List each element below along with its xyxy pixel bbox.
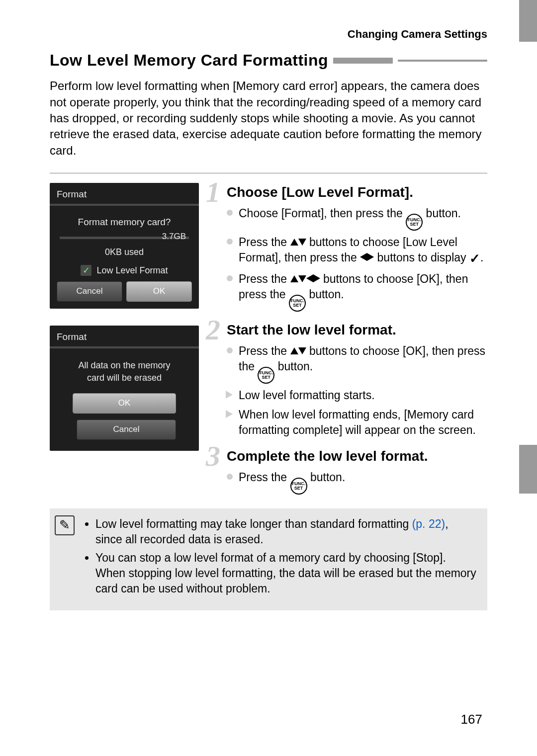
screen2-msg-line1: All data on the memory [59, 359, 190, 372]
func-set-icon: FUNC.SET [406, 214, 423, 231]
check-icon: ✓ [469, 250, 480, 267]
note-item-2: You can stop a low level format of a mem… [95, 550, 476, 596]
screen1-capacity-row: 3.7GB [60, 232, 189, 243]
bullet-icon [227, 474, 233, 480]
down-icon [298, 239, 306, 246]
step-3: 3Complete the low level format.Press the… [212, 447, 487, 495]
screen1-question: Format memory card? [50, 210, 199, 232]
bullet-icon [227, 347, 233, 353]
screen1-option-row: ✓ Low Level Format [50, 261, 199, 281]
step-1: 1Choose [Low Level Format].Choose [Forma… [212, 183, 487, 312]
page-tab-top [519, 0, 537, 42]
step-2-item-3: When low level formatting ends, [Memory … [227, 407, 487, 438]
screen1-ok-button: OK [126, 281, 192, 302]
result-arrow-icon [226, 391, 233, 399]
step-number: 1 [206, 178, 220, 207]
page-tab-side [519, 445, 537, 494]
screen1-cancel-button: Cancel [57, 281, 122, 302]
func-set-icon: FUNC.SET [289, 295, 306, 312]
screen1-title: Format [50, 183, 199, 204]
screen2-title: Format [50, 326, 199, 346]
step-number: 3 [206, 442, 220, 471]
result-arrow-icon [226, 410, 233, 418]
step-heading: Complete the low level format. [227, 447, 487, 466]
up-icon [290, 275, 298, 282]
chapter-heading: Changing Camera Settings [348, 27, 487, 42]
camera-screen-format: Format Format memory card? 3.7GB 0KB use… [50, 183, 199, 309]
step-1-item-2: Press the buttons to choose [Low Level F… [227, 235, 487, 267]
bullet-icon [227, 275, 233, 281]
notes-box: ✎ Low level formatting may take longer t… [50, 508, 487, 610]
left-icon [360, 253, 367, 261]
screen1-used: 0KB used [50, 245, 199, 261]
step-3-item-1: Press the FUNC.SET button. [227, 470, 487, 495]
step-1-item-3: Press the buttons to choose [OK], then p… [227, 271, 487, 312]
up-icon [290, 347, 298, 354]
note-item-1: Low level formatting may take longer tha… [95, 516, 476, 547]
down-icon [298, 275, 306, 282]
down-icon [298, 347, 306, 354]
right-icon [313, 274, 320, 282]
page-content: Low Level Memory Card Formatting Perform… [50, 50, 487, 610]
page-ref-link: (p. 22) [412, 517, 445, 530]
screen1-option-label: Low Level Format [96, 264, 168, 276]
up-icon [290, 239, 298, 246]
screen2-msg-line2: card will be erased [59, 372, 190, 384]
checkmark-icon: ✓ [81, 265, 91, 276]
intro-paragraph: Perform low level formatting when [Memor… [50, 78, 487, 159]
title-row: Low Level Memory Card Formatting [50, 50, 487, 71]
screen1-underline [50, 204, 199, 206]
screen1-capacity: 3.7GB [162, 231, 186, 243]
left-icon [306, 274, 313, 282]
title-bar-thin [398, 60, 487, 62]
screen2-cancel-button: Cancel [77, 420, 176, 440]
step-2: 2Start the low level format.Press the bu… [212, 321, 487, 438]
title-bar-thick [333, 58, 393, 64]
note-icon: ✎ [55, 515, 75, 535]
screen2-underline [50, 346, 199, 348]
page-title: Low Level Memory Card Formatting [50, 50, 328, 71]
step-number: 2 [206, 316, 220, 344]
right-icon [367, 253, 374, 261]
step-1-item-1: Choose [Format], then press the FUNC.SET… [227, 206, 487, 231]
step-heading: Choose [Low Level Format]. [227, 183, 487, 202]
bullet-icon [227, 239, 233, 245]
step-2-item-2: Low level formatting starts. [227, 388, 487, 403]
screen2-ok-button: OK [73, 393, 176, 414]
func-set-icon: FUNC.SET [258, 367, 274, 384]
camera-screen-confirm: Format All data on the memory card will … [50, 326, 199, 451]
step-2-item-1: Press the buttons to choose [OK], then p… [227, 343, 487, 384]
step-heading: Start the low level format. [227, 321, 487, 339]
steps-column: 1Choose [Low Level Format].Choose [Forma… [212, 183, 487, 504]
bullet-icon [227, 210, 233, 216]
page-number: 167 [461, 711, 482, 728]
func-set-icon: FUNC.SET [290, 478, 307, 495]
section-divider [50, 172, 487, 174]
